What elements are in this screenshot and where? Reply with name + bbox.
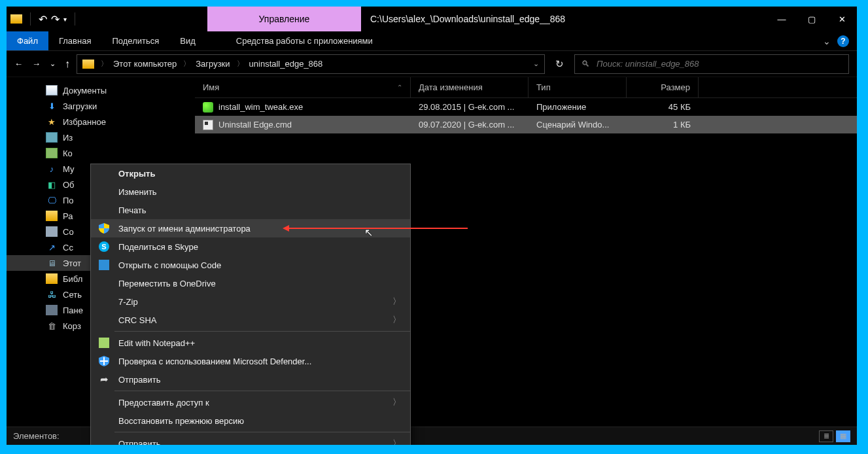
- menu-item[interactable]: Переместить в OneDrive: [91, 274, 410, 292]
- breadcrumb-this-pc[interactable]: Этот компьютер: [113, 59, 177, 69]
- menu-separator: [114, 391, 410, 391]
- address-dropdown[interactable]: ⌄: [533, 60, 539, 68]
- column-size[interactable]: Размер: [627, 77, 699, 97]
- search-box[interactable]: 🔍︎: [574, 54, 849, 74]
- file-icon: [203, 102, 213, 113]
- close-button[interactable]: ✕: [827, 7, 857, 31]
- submenu-arrow-icon: 〉: [392, 296, 401, 307]
- tree-item[interactable]: Ко: [7, 145, 195, 161]
- submenu-arrow-icon: 〉: [392, 438, 401, 445]
- menu-item[interactable]: SПоделиться в Skype: [91, 237, 410, 256]
- menu-item-label: Отправить: [118, 439, 385, 445]
- window-title: C:\Users\alex_\Downloads\uninstall_edge_…: [361, 7, 767, 31]
- recent-locations-button[interactable]: ⌄: [50, 60, 56, 68]
- minimize-button[interactable]: —: [767, 7, 797, 31]
- tree-item-label: Пане: [63, 306, 83, 315]
- address-bar[interactable]: 〉Этот компьютер 〉Загрузки 〉uninstall_edg…: [77, 54, 545, 74]
- tree-item-label: Этот: [63, 258, 81, 268]
- menu-separator: [114, 432, 410, 432]
- tree-item[interactable]: Избранное: [7, 114, 195, 130]
- tab-view[interactable]: Вид: [169, 31, 206, 50]
- tree-item[interactable]: ⬇Загрузки: [7, 98, 195, 114]
- cursor-icon: ↖: [364, 226, 373, 239]
- file-row[interactable]: Uninstall Edge.cmd09.07.2020 | G-ek.com …: [195, 116, 857, 133]
- column-type[interactable]: Тип: [529, 77, 627, 97]
- tab-home[interactable]: Главная: [48, 31, 101, 50]
- file-type: Сценарий Windo...: [529, 120, 627, 130]
- pc-icon: 🖥: [46, 258, 58, 268]
- chevron-right-icon[interactable]: 〉: [237, 59, 244, 69]
- file-size: 45 КБ: [627, 102, 699, 112]
- menu-item[interactable]: Восстановить прежнюю версию: [91, 411, 410, 430]
- doc-icon: [46, 85, 58, 96]
- tree-item-label: Избранное: [63, 117, 106, 127]
- file-date: 29.08.2015 | G-ek.com ...: [411, 102, 529, 112]
- tree-item-label: Загрузки: [63, 101, 97, 111]
- menu-item[interactable]: ➦Отправить: [91, 370, 410, 389]
- menu-item[interactable]: Открыть с помощью Code: [91, 256, 410, 274]
- lib-icon: [46, 273, 58, 284]
- submenu-arrow-icon: 〉: [392, 314, 401, 326]
- menu-item-label: Восстановить прежнюю версию: [118, 416, 401, 426]
- menu-item[interactable]: 7-Zip〉: [91, 292, 410, 311]
- tree-item[interactable]: Из: [7, 130, 195, 145]
- menu-item-label: Поделиться в Skype: [118, 242, 401, 252]
- view-large-icons-button[interactable]: ▦: [836, 430, 850, 442]
- fold-icon: [46, 211, 58, 221]
- blank-icon: [97, 204, 111, 216]
- menu-item[interactable]: Печать: [91, 201, 410, 219]
- file-size: 1 КБ: [627, 120, 699, 130]
- file-name: Uninstall Edge.cmd: [218, 120, 292, 130]
- ribbon-expand-button[interactable]: ⌄: [823, 36, 831, 46]
- tab-app-tools[interactable]: Средства работы с приложениями: [226, 31, 383, 50]
- search-input[interactable]: [597, 59, 842, 69]
- menu-item-label: Изменить: [118, 187, 401, 197]
- menu-item-label: Открыть с помощью Code: [118, 260, 401, 270]
- help-button[interactable]: ?: [837, 35, 849, 47]
- tree-item[interactable]: Документы: [7, 82, 195, 98]
- qat-dropdown[interactable]: ▾: [63, 16, 67, 23]
- column-date[interactable]: Дата изменения: [411, 77, 529, 97]
- redo-button[interactable]: ↷: [51, 13, 60, 26]
- column-name[interactable]: Имя⌃: [195, 77, 411, 97]
- blank-icon: [97, 415, 111, 427]
- menu-item-label: Предоставить доступ к: [118, 398, 385, 408]
- up-button[interactable]: ↑: [65, 58, 70, 70]
- menu-item[interactable]: Проверка с использованием Microsoft Defe…: [91, 352, 410, 370]
- chevron-right-icon[interactable]: 〉: [183, 59, 190, 69]
- app-icon: [10, 14, 22, 24]
- menu-item[interactable]: Предоставить доступ к〉: [91, 393, 410, 411]
- submenu-arrow-icon: 〉: [392, 396, 401, 408]
- breadcrumb-downloads[interactable]: Загрузки: [196, 59, 230, 69]
- file-type: Приложение: [529, 102, 627, 112]
- vscode-icon: [97, 259, 111, 271]
- maximize-button[interactable]: ▢: [797, 7, 827, 31]
- tab-file[interactable]: Файл: [7, 31, 48, 50]
- blank-icon: [97, 167, 111, 179]
- undo-button[interactable]: ↶: [39, 13, 47, 26]
- menu-item-label: Открыть: [118, 169, 401, 179]
- menu-item[interactable]: Изменить: [91, 183, 410, 201]
- chevron-right-icon[interactable]: 〉: [101, 59, 108, 69]
- menu-item[interactable]: Открыть: [91, 164, 410, 183]
- music-icon: ♪: [46, 164, 58, 174]
- dl-icon: ⬇: [46, 101, 58, 111]
- refresh-button[interactable]: ↻: [551, 58, 568, 70]
- file-row[interactable]: install_wim_tweak.exe29.08.2015 | G-ek.c…: [195, 98, 857, 116]
- blank-icon: [97, 396, 111, 408]
- tab-share[interactable]: Поделиться: [101, 31, 169, 50]
- navigation-bar: ← → ⌄ ↑ 〉Этот компьютер 〉Загрузки 〉unins…: [7, 51, 857, 77]
- separator: [75, 12, 75, 26]
- link-icon: ↗: [46, 242, 58, 253]
- explorer-window: ↶ ↷ ▾ Управление C:\Users\alex_\Download…: [7, 7, 857, 445]
- forward-button[interactable]: →: [32, 59, 41, 69]
- share-icon: ➦: [97, 374, 111, 385]
- menu-item[interactable]: CRC SHA〉: [91, 311, 410, 329]
- back-button[interactable]: ←: [14, 59, 23, 69]
- blank-icon: [97, 186, 111, 198]
- view-details-button[interactable]: ≣: [819, 430, 833, 442]
- menu-item[interactable]: Отправить〉: [91, 434, 410, 445]
- breadcrumb-folder[interactable]: uninstall_edge_868: [249, 59, 323, 69]
- tree-item-label: Документы: [63, 86, 107, 96]
- menu-item[interactable]: Edit with Notepad++: [91, 334, 410, 352]
